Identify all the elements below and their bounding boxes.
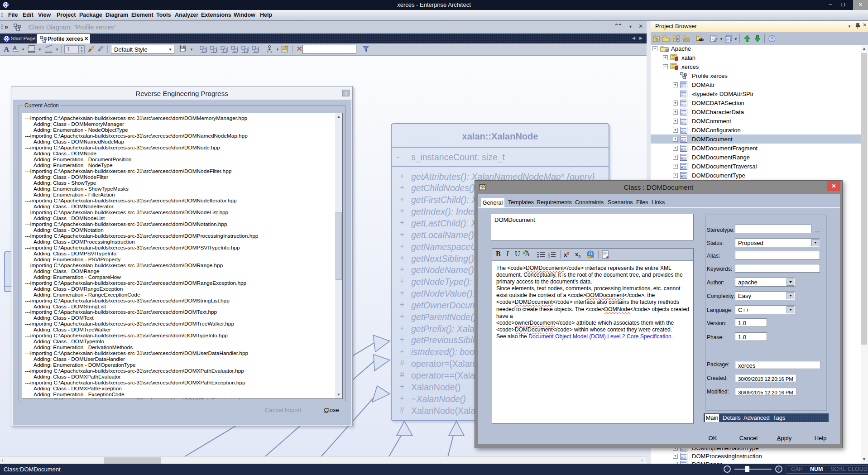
svg-text:3: 3	[548, 255, 550, 258]
svg-text:?: ?	[771, 36, 773, 41]
